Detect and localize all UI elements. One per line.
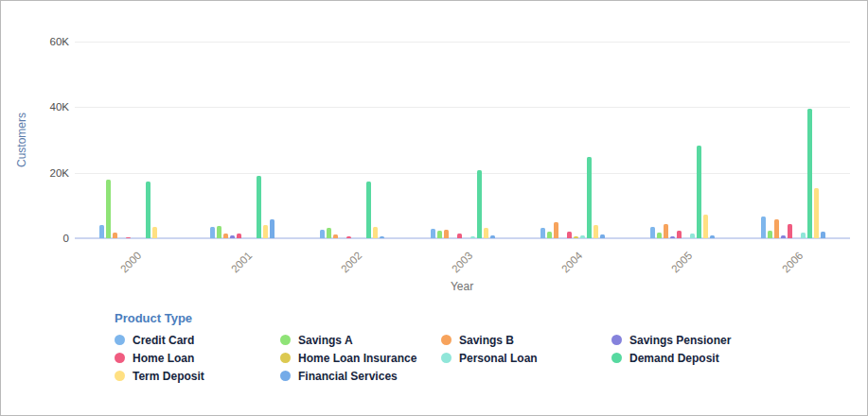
legend-label: Savings B: [459, 334, 514, 347]
legend-swatch-personal-loan: [441, 353, 452, 363]
bar-credit-card-2000[interactable]: [99, 225, 104, 238]
bar-home-loan-2006[interactable]: [788, 224, 792, 238]
legend-swatch-home-loan: [115, 353, 125, 363]
legend-label: Demand Deposit: [629, 352, 719, 365]
legend-item-personal-loan[interactable]: Personal Loan: [441, 352, 611, 364]
bar-savings-pensioner-2006[interactable]: [781, 235, 786, 238]
legend-label: Home Loan Insurance: [298, 352, 416, 365]
bar-credit-card-2006[interactable]: [761, 217, 766, 238]
bar-credit-card-2004[interactable]: [540, 228, 545, 238]
bar-term-deposit-2000[interactable]: [152, 227, 157, 238]
bar-savings-a-2005[interactable]: [657, 233, 662, 238]
legend-swatch-savings-b: [441, 335, 452, 345]
legend-swatch-home-loan-insurance: [280, 353, 291, 363]
legend-item-financial-services[interactable]: Financial Services: [280, 370, 441, 382]
bar-savings-b-2000[interactable]: [113, 233, 117, 238]
bar-home-loan-insurance-2004[interactable]: [574, 236, 578, 238]
x-tick-label-2005: 2005: [657, 250, 695, 287]
bar-financial-services-2003[interactable]: [490, 235, 495, 238]
bar-savings-b-2001[interactable]: [223, 234, 228, 238]
bar-personal-loan-2006[interactable]: [801, 233, 806, 238]
y-axis-title: Customers: [15, 113, 28, 167]
legend-label: Savings Pensioner: [629, 334, 731, 347]
bar-financial-services-2006[interactable]: [821, 232, 825, 238]
bar-savings-b-2006[interactable]: [774, 219, 779, 238]
legend-swatch-savings-a: [280, 335, 291, 345]
bar-credit-card-2005[interactable]: [650, 227, 655, 238]
bar-demand-deposit-2000[interactable]: [146, 182, 151, 238]
bar-term-deposit-2003[interactable]: [484, 228, 488, 238]
bar-term-deposit-2005[interactable]: [703, 215, 708, 238]
bar-term-deposit-2002[interactable]: [373, 227, 378, 238]
bar-savings-b-2003[interactable]: [444, 230, 449, 238]
bar-savings-a-2001[interactable]: [217, 226, 221, 238]
x-tick-label-2004: 2004: [547, 250, 585, 287]
legend-item-term-deposit[interactable]: Term Deposit: [115, 370, 280, 382]
x-axis-title: Year: [451, 280, 473, 293]
legend-item-savings-b[interactable]: Savings B: [441, 334, 611, 346]
bar-savings-pensioner-2005[interactable]: [670, 236, 675, 238]
bar-financial-services-2005[interactable]: [710, 235, 715, 238]
bar-personal-loan-2004[interactable]: [580, 235, 585, 238]
bar-financial-services-2001[interactable]: [270, 219, 275, 238]
y-tick-label-40K: 40K: [50, 101, 69, 113]
bar-savings-b-2005[interactable]: [664, 224, 668, 238]
bar-home-loan-2003[interactable]: [457, 234, 462, 238]
bar-credit-card-2001[interactable]: [210, 227, 215, 238]
bar-home-loan-2004[interactable]: [567, 232, 572, 238]
y-tick-label-60K: 60K: [50, 36, 69, 47]
y-tick-label-0: 0: [63, 233, 69, 244]
bar-demand-deposit-2002[interactable]: [366, 182, 371, 238]
bar-demand-deposit-2005[interactable]: [697, 146, 701, 238]
bar-savings-a-2004[interactable]: [547, 232, 552, 238]
legend-title: Product Type: [115, 311, 731, 325]
bar-savings-a-2006[interactable]: [768, 231, 772, 238]
bar-financial-services-2004[interactable]: [600, 234, 605, 238]
bar-savings-a-2000[interactable]: [106, 180, 111, 238]
legend-item-credit-card[interactable]: Credit Card: [115, 334, 280, 346]
bar-demand-deposit-2003[interactable]: [477, 170, 482, 238]
legend-swatch-demand-deposit: [611, 353, 622, 363]
bar-financial-services-2002[interactable]: [380, 236, 384, 238]
bar-savings-b-2004[interactable]: [554, 222, 558, 238]
bar-personal-loan-2005[interactable]: [690, 234, 695, 238]
x-axis-line: [75, 237, 850, 239]
bar-home-loan-2000[interactable]: [126, 237, 131, 238]
legend-item-savings-pensioner[interactable]: Savings Pensioner: [611, 334, 731, 346]
bar-home-loan-2001[interactable]: [237, 234, 241, 238]
legend-item-home-loan[interactable]: Home Loan: [115, 352, 280, 364]
bar-savings-pensioner-2001[interactable]: [230, 235, 235, 238]
bar-term-deposit-2004[interactable]: [593, 225, 598, 238]
legend-label: Savings A: [298, 334, 353, 347]
legend-label: Term Deposit: [133, 370, 204, 383]
bar-demand-deposit-2001[interactable]: [257, 176, 261, 238]
legend-swatch-term-deposit: [115, 371, 125, 381]
bar-demand-deposit-2004[interactable]: [587, 157, 592, 238]
bar-credit-card-2003[interactable]: [431, 229, 435, 238]
legend-item-home-loan-insurance[interactable]: Home Loan Insurance: [280, 352, 441, 364]
x-tick-label-2001: 2001: [217, 250, 255, 287]
plot-area: [77, 42, 848, 238]
bar-term-deposit-2006[interactable]: [814, 188, 819, 238]
legend-swatch-savings-pensioner: [611, 335, 622, 345]
bar-home-loan-2002[interactable]: [346, 236, 351, 238]
bar-term-deposit-2001[interactable]: [263, 225, 268, 238]
legend-label: Financial Services: [298, 370, 398, 383]
x-tick-label-2000: 2000: [106, 250, 144, 287]
y-tick-label-20K: 20K: [50, 167, 69, 179]
legend-label: Home Loan: [133, 352, 194, 365]
bar-savings-a-2003[interactable]: [437, 231, 442, 238]
bar-home-loan-2005[interactable]: [677, 231, 682, 238]
bar-savings-b-2002[interactable]: [333, 234, 338, 238]
bar-personal-loan-2003[interactable]: [470, 236, 475, 238]
legend-item-savings-a[interactable]: Savings A: [280, 334, 441, 346]
legend-swatch-financial-services: [280, 371, 291, 381]
legend-item-demand-deposit[interactable]: Demand Deposit: [611, 352, 731, 364]
bar-savings-a-2002[interactable]: [327, 228, 331, 238]
x-tick-label-2006: 2006: [768, 250, 806, 287]
legend-items: Credit CardSavings ASavings BSavings Pen…: [115, 334, 731, 382]
bar-credit-card-2002[interactable]: [320, 230, 325, 238]
gridline-60K: [75, 42, 850, 43]
legend-label: Credit Card: [133, 334, 194, 347]
bar-demand-deposit-2006[interactable]: [807, 109, 812, 238]
